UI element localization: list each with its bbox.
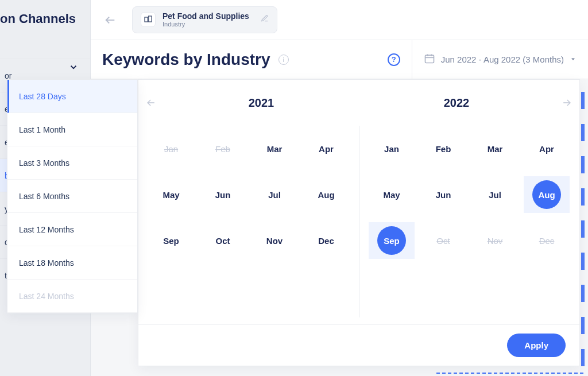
year-block-left: JanFebMarAprMayJunJulAugSepOctNovDec [138, 126, 359, 324]
month-cell[interactable]: Oct [200, 222, 246, 259]
month-cell[interactable]: Mar [472, 130, 518, 167]
top-bar: Pet Food and Supplies Industry [91, 0, 588, 40]
calendar-icon [424, 53, 435, 67]
month-cell[interactable]: Dec [303, 222, 349, 259]
date-range-selector[interactable]: Jun 2022 - Aug 2022 (3 Months) [412, 40, 588, 79]
preset-item[interactable]: Last 1 Month [7, 113, 137, 146]
entity-subtitle: Industry [163, 21, 249, 28]
year-right-label: 2022 [359, 96, 554, 110]
svg-rect-3 [425, 55, 434, 63]
caret-down-icon [570, 55, 577, 65]
date-preset-panel: Last 28 DaysLast 1 MonthLast 3 MonthsLas… [7, 79, 138, 313]
month-cell[interactable]: Aug [524, 176, 570, 213]
preset-item[interactable]: Last 12 Months [7, 213, 137, 246]
months-grid-row: JanFebMarAprMayJunJulAugSepOctNovDec Jan… [138, 126, 579, 324]
date-range-label: Jun 2022 - Aug 2022 (3 Months) [441, 55, 564, 64]
entity-chip[interactable]: Pet Food and Supplies Industry [132, 6, 277, 34]
entity-title: Pet Food and Supplies [163, 11, 249, 21]
help-icon[interactable]: ? [388, 53, 400, 66]
month-cell: Jan [148, 130, 194, 167]
month-cell[interactable]: Aug [303, 176, 349, 213]
preset-item[interactable]: Last 18 Months [7, 246, 137, 280]
svg-marker-7 [571, 58, 575, 60]
month-picker-footer: Apply [138, 324, 579, 366]
sidebar-title: on Channels [0, 11, 90, 26]
year-divider [359, 126, 359, 317]
month-cell[interactable]: Mar [252, 130, 297, 167]
page-title: Keywords by Industry [102, 51, 270, 69]
month-cell: Feb [200, 130, 246, 167]
month-cell[interactable]: Apr [303, 130, 349, 167]
apply-button[interactable]: Apply [507, 334, 566, 357]
preset-item[interactable]: Last 6 Months [7, 180, 137, 213]
month-cell[interactable]: Jul [472, 176, 518, 213]
month-cell: Nov [472, 222, 518, 259]
entity-text: Pet Food and Supplies Industry [163, 11, 249, 29]
month-cell[interactable]: Feb [420, 130, 466, 167]
year-nav-row: 2021 2022 [138, 80, 579, 126]
decorative-dash [436, 373, 583, 374]
month-cell[interactable]: Sep [369, 222, 415, 259]
month-cell[interactable]: May [148, 176, 194, 213]
month-picker-panel: 2021 2022 JanFebMarAprMayJunJulAugSepOct… [138, 79, 580, 366]
month-cell[interactable]: Jun [420, 176, 466, 213]
preset-item[interactable]: Last 28 Days [7, 80, 137, 113]
month-cell[interactable]: Apr [524, 130, 570, 167]
preset-item: Last 24 Months [7, 280, 137, 313]
svg-rect-2 [149, 16, 152, 22]
year-block-right: JanFebMarAprMayJunJulAugSepOctNovDec [359, 126, 579, 324]
month-cell[interactable]: Nov [252, 222, 297, 259]
month-cell: Dec [524, 222, 570, 259]
month-cell[interactable]: Jun [200, 176, 246, 213]
decorative-strip [581, 92, 585, 376]
edit-icon[interactable] [261, 14, 269, 25]
preset-item[interactable]: Last 3 Months [7, 146, 137, 180]
chevron-down-icon[interactable] [68, 62, 79, 75]
next-year-arrow-icon[interactable] [554, 91, 579, 114]
prev-year-arrow-icon[interactable] [138, 91, 164, 114]
month-cell[interactable]: May [369, 176, 415, 213]
year-left-label: 2021 [164, 96, 359, 110]
info-icon[interactable]: i [278, 55, 289, 65]
month-cell: Oct [420, 222, 466, 259]
month-cell[interactable]: Jul [252, 176, 297, 213]
back-arrow-icon[interactable] [102, 12, 118, 28]
industry-icon [141, 12, 156, 27]
svg-rect-1 [145, 17, 148, 22]
month-cell[interactable]: Sep [148, 222, 194, 259]
month-cell[interactable]: Jan [369, 130, 415, 167]
page-header: Keywords by Industry i ? Jun 2022 - Aug … [91, 40, 588, 79]
